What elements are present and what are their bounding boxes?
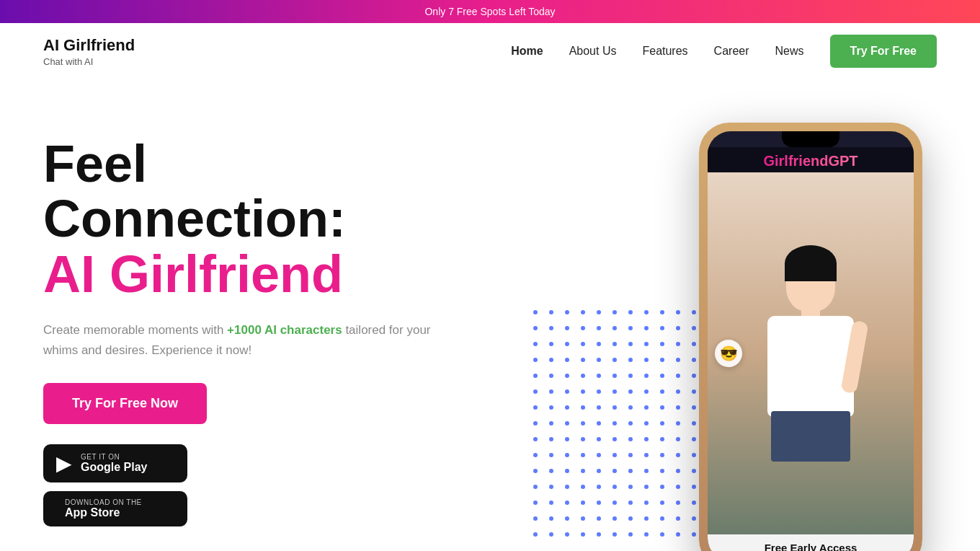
- dot: [597, 437, 601, 441]
- dot: [565, 421, 569, 426]
- dot: [581, 358, 585, 362]
- dot: [597, 453, 601, 457]
- dot: [612, 516, 617, 521]
- dot: [660, 453, 664, 457]
- dot: [692, 485, 696, 489]
- app-store-top: Download on the: [65, 498, 142, 506]
- dot: [660, 310, 664, 314]
- dot: [565, 453, 569, 457]
- dot: [628, 453, 633, 457]
- dot: [549, 326, 553, 330]
- dot: [565, 501, 569, 505]
- dot: [597, 326, 601, 330]
- dot: [612, 310, 617, 314]
- dot: [549, 405, 553, 410]
- dot: [533, 453, 538, 457]
- nav-home[interactable]: Home: [511, 45, 543, 58]
- dot: [565, 469, 569, 473]
- dot: [549, 421, 553, 426]
- header: AI Girlfriend Chat with AI Home About Us…: [0, 23, 980, 79]
- dot: [676, 358, 680, 362]
- dot: [692, 326, 696, 330]
- dot: [644, 485, 649, 489]
- dot: [565, 342, 569, 346]
- dot: [660, 516, 664, 521]
- nav-career[interactable]: Career: [714, 45, 749, 58]
- dot: [612, 358, 617, 362]
- dot: [660, 485, 664, 489]
- header-cta-button[interactable]: Try For Free: [830, 35, 937, 68]
- person-figure: [753, 245, 868, 462]
- dot: [581, 469, 585, 473]
- logo: AI Girlfriend Chat with AI: [43, 36, 135, 67]
- dot: [533, 326, 538, 330]
- dot: [676, 342, 680, 346]
- dot: [644, 421, 649, 426]
- phone-app-title-row: GirlfriendGPT: [708, 147, 914, 172]
- dot: [628, 469, 633, 473]
- dot: [533, 516, 538, 521]
- dot: [597, 342, 601, 346]
- logo-pink: AI Girlfriend: [43, 36, 135, 54]
- dot: [628, 342, 633, 346]
- phone-bottom-text: Free Early Access: [765, 542, 858, 551]
- dot: [533, 421, 538, 426]
- nav-about[interactable]: About Us: [569, 45, 617, 58]
- nav-features[interactable]: Features: [642, 45, 687, 58]
- google-play-main: Google Play: [81, 461, 147, 474]
- phone-mockup: GirlfriendGPT: [699, 123, 922, 551]
- dot: [644, 326, 649, 330]
- dot: [597, 405, 601, 410]
- dot: [676, 485, 680, 489]
- dot: [533, 485, 538, 489]
- dot: [581, 501, 585, 505]
- dot: [628, 501, 633, 505]
- nav-news[interactable]: News: [775, 45, 804, 58]
- body-shirt: [767, 316, 854, 417]
- google-play-badge[interactable]: ▶ GET IT ON Google Play: [43, 444, 187, 482]
- dot: [597, 532, 601, 537]
- dot: [628, 326, 633, 330]
- dot: [628, 532, 633, 537]
- dot: [565, 437, 569, 441]
- dot: [612, 389, 617, 394]
- dot: [597, 421, 601, 426]
- dot: [597, 485, 601, 489]
- dot: [581, 405, 585, 410]
- dot: [628, 437, 633, 441]
- dot: [565, 485, 569, 489]
- dot: [692, 516, 696, 521]
- dot: [549, 310, 553, 314]
- dot: [581, 485, 585, 489]
- dot: [644, 405, 649, 410]
- dot: [549, 437, 553, 441]
- dot: [612, 501, 617, 505]
- dot: [533, 405, 538, 410]
- dot: [660, 405, 664, 410]
- banner-text: Only 7 Free Spots Left Today: [424, 6, 555, 17]
- dot: [581, 421, 585, 426]
- dot: [692, 358, 696, 362]
- dot: [644, 453, 649, 457]
- dot: [692, 501, 696, 505]
- dot: [612, 421, 617, 426]
- dot-grid: (function() { const grid = document.quer…: [533, 310, 719, 544]
- emoji: 😎: [720, 345, 738, 362]
- hero-cta-button[interactable]: Try For Free Now: [43, 383, 207, 424]
- dot: [660, 437, 664, 441]
- hero-description: Create memorable moments with +1000 AI c…: [43, 320, 432, 359]
- dot: [628, 389, 633, 394]
- emoji-bubble: 😎: [715, 340, 742, 367]
- dot: [565, 405, 569, 410]
- dot: [565, 358, 569, 362]
- dot: [612, 374, 617, 378]
- dot: [676, 453, 680, 457]
- app-store-badge[interactable]: Download on the App Store: [43, 491, 187, 526]
- dot: [597, 501, 601, 505]
- dot: [533, 501, 538, 505]
- dot: [565, 326, 569, 330]
- dot: [660, 421, 664, 426]
- dot: [628, 358, 633, 362]
- dot: [612, 453, 617, 457]
- dot: [692, 389, 696, 394]
